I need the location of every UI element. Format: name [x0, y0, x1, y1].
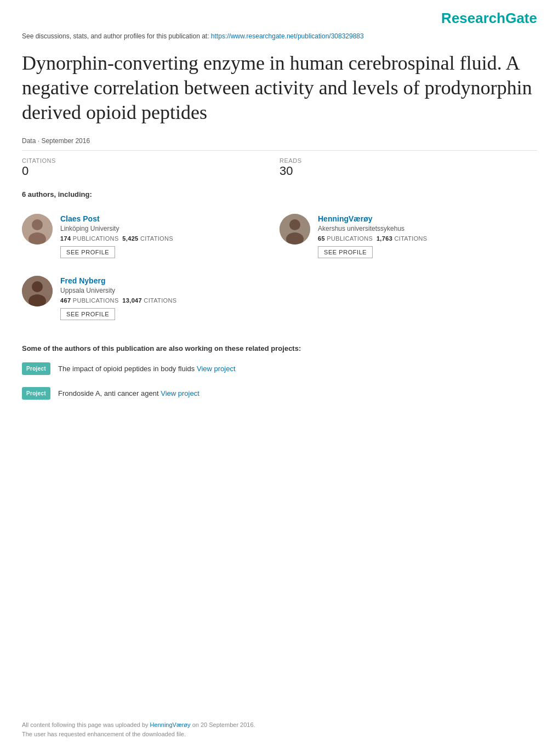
footer-suffix: on 20 September 2016. — [192, 721, 255, 728]
footer: All content following this page was uplo… — [22, 720, 537, 740]
author-stats-3: 467 PUBLICATIONS 13,047 CITATIONS — [60, 297, 280, 304]
author-stats-1: 174 PUBLICATIONS 5,425 CITATIONS — [60, 235, 280, 242]
citations-block: CITATIONS 0 — [22, 157, 280, 178]
see-profile-button-1[interactable]: SEE PROFILE — [60, 246, 115, 258]
reads-value: 30 — [280, 164, 537, 178]
author-name-1[interactable]: Claes Post — [60, 214, 100, 223]
related-projects-section: Some of the authors of this publication … — [0, 331, 559, 400]
svg-point-7 — [32, 281, 43, 292]
see-profile-button-2[interactable]: SEE PROFILE — [318, 246, 373, 258]
brand-logo[interactable]: ResearchGate — [441, 10, 537, 27]
pub-date: September 2016 — [41, 137, 90, 145]
related-label: Some of the authors of this publication … — [22, 344, 537, 353]
see-profile-button-3[interactable]: SEE PROFILE — [60, 308, 115, 320]
author-info-3: Fred Nyberg Uppsala University 467 PUBLI… — [60, 276, 280, 320]
project-text-2: Frondoside A, anti cancer agent View pro… — [58, 389, 199, 397]
footer-prefix: All content following this page was uplo… — [22, 721, 150, 728]
author-info-2: HenningVærøy Akershus universitetssykehu… — [318, 214, 537, 258]
authors-section: 6 authors, including: Claes Post Linköpi… — [0, 184, 559, 331]
svg-point-1 — [32, 219, 43, 230]
project-link-1[interactable]: View project — [197, 365, 236, 373]
pub-type: Data — [22, 137, 36, 145]
project-desc-1: The impact of opioid peptides in body fl… — [58, 365, 197, 373]
header: ResearchGate — [0, 0, 559, 32]
authors-summary: 6 authors, including: — [22, 190, 537, 198]
author-affiliation-1: Linköping University — [60, 225, 280, 232]
pub-meta: Data · September 2016 — [0, 135, 559, 145]
author-card-3: Fred Nyberg Uppsala University 467 PUBLI… — [22, 269, 280, 331]
reads-block: READS 30 — [280, 157, 537, 178]
project-link-2[interactable]: View project — [161, 389, 199, 397]
footer-uploader-link[interactable]: HenningVærøy — [150, 721, 191, 728]
project-badge-1: Project — [22, 362, 50, 375]
author-name-3[interactable]: Fred Nyberg — [60, 276, 105, 285]
avatar-1 — [22, 214, 53, 245]
avatar-icon-2 — [280, 214, 310, 245]
footer-line-1: All content following this page was uplo… — [22, 720, 537, 730]
notice-link[interactable]: https://www.researchgate.net/publication… — [211, 32, 364, 40]
authors-count: 6 authors, including: — [22, 190, 92, 198]
author-info-1: Claes Post Linköping University 174 PUBL… — [60, 214, 280, 258]
avatar-3 — [22, 276, 53, 306]
author-card-1: Claes Post Linköping University 174 PUBL… — [22, 207, 280, 269]
avatar-icon-3 — [22, 276, 53, 306]
project-text-1: The impact of opioid peptides in body fl… — [58, 365, 236, 373]
author-affiliation-3: Uppsala University — [60, 287, 280, 294]
author-stats-2: 65 PUBLICATIONS 1,763 CITATIONS — [318, 235, 537, 242]
citations-label: CITATIONS — [22, 157, 280, 164]
project-desc-2: Frondoside A, anti cancer agent — [58, 389, 161, 397]
brand-text: ResearchGate — [441, 10, 537, 26]
author-card-2: HenningVærøy Akershus universitetssykehu… — [280, 207, 537, 269]
project-item-1: Project The impact of opioid peptides in… — [22, 362, 537, 375]
avatar-icon-1 — [22, 214, 53, 245]
reads-label: READS — [280, 157, 537, 164]
author-name-2[interactable]: HenningVærøy — [318, 214, 373, 223]
publication-title: Dynorphin-converting enzyme in human cer… — [22, 51, 537, 125]
svg-point-4 — [289, 219, 300, 230]
author-affiliation-2: Akershus universitetssykehus — [318, 225, 537, 232]
notice-bar: See discussions, stats, and author profi… — [0, 32, 559, 47]
footer-line-2: The user has requested enhancement of th… — [22, 730, 537, 740]
citations-value: 0 — [22, 164, 280, 178]
stats-row: CITATIONS 0 READS 30 — [22, 150, 537, 184]
notice-text: See discussions, stats, and author profi… — [22, 32, 211, 40]
title-section: Dynorphin-converting enzyme in human cer… — [0, 47, 559, 135]
avatar-2 — [280, 214, 310, 245]
authors-grid: Claes Post Linköping University 174 PUBL… — [22, 207, 537, 331]
project-item-2: Project Frondoside A, anti cancer agent … — [22, 387, 537, 400]
project-badge-2: Project — [22, 387, 50, 400]
